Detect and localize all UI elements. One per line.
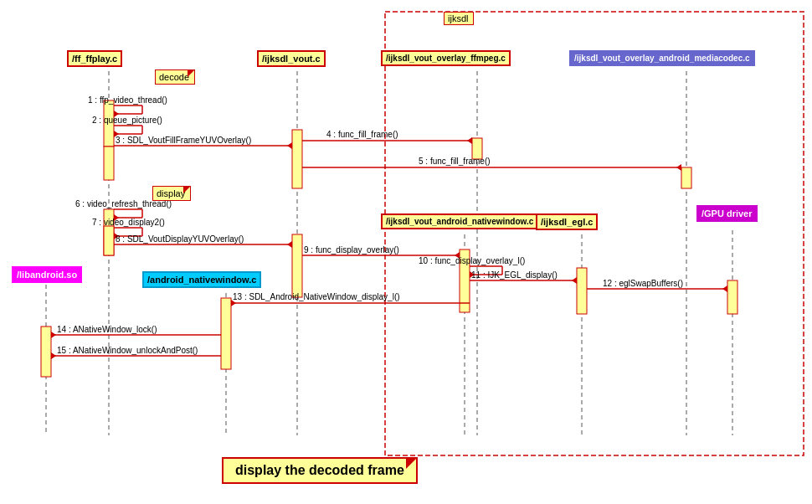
svg-text:12 : eglSwapBuffers(): 12 : eglSwapBuffers(): [603, 279, 683, 288]
svg-rect-11: [104, 147, 114, 180]
module-ijksdl-vout-overlay-ffmpeg: /ijksdl_vout_overlay_ffmpeg.c: [381, 50, 511, 66]
bottom-label: display the decoded frame: [222, 457, 418, 484]
svg-text:13 : SDL_Android_NativeWindow_: 13 : SDL_Android_NativeWindow_display_l(…: [233, 292, 400, 301]
svg-text:3 : SDL_VoutFillFrameYUVOverla: 3 : SDL_VoutFillFrameYUVOverlay(): [116, 136, 251, 145]
note-ijksdl: ijksdl: [444, 12, 474, 25]
module-android-nativewindow: /android_nativewindow.c: [142, 271, 261, 288]
module-ff-ffplay: /ff_ffplay.c: [67, 50, 122, 67]
svg-rect-22: [41, 327, 51, 377]
diagram: 1 : ffp_video_thread() 2 : queue_picture…: [0, 0, 812, 504]
svg-text:14 : ANativeWindow_lock(): 14 : ANativeWindow_lock(): [57, 325, 157, 334]
svg-marker-67: [722, 285, 727, 292]
svg-marker-73: [51, 332, 56, 338]
module-gpu-driver: /GPU driver: [696, 205, 758, 222]
svg-rect-14: [292, 130, 302, 188]
svg-rect-15: [292, 234, 302, 297]
module-ijksdl-vout: /ijksdl_vout.c: [257, 50, 326, 67]
svg-marker-34: [287, 142, 292, 149]
svg-text:1 : ffp_video_thread(): 1 : ffp_video_thread(): [88, 95, 167, 105]
note-decode: decode: [155, 69, 195, 85]
svg-rect-9: [385, 12, 804, 455]
note-display: display: [152, 186, 191, 201]
svg-text:2 : queue_picture(): 2 : queue_picture(): [92, 116, 162, 125]
svg-marker-64: [572, 277, 577, 284]
svg-marker-76: [51, 352, 56, 359]
svg-marker-37: [467, 137, 472, 144]
svg-text:11 : IJK_EGL_display(): 11 : IJK_EGL_display(): [471, 270, 558, 280]
svg-marker-53: [287, 241, 292, 248]
svg-text:7 : video_display2(): 7 : video_display2(): [92, 218, 165, 227]
svg-rect-19: [577, 268, 587, 314]
svg-marker-40: [676, 164, 681, 171]
module-ijksdl-vout-overlay-android: /ijksdl_vout_overlay_android_mediacodec.…: [569, 50, 755, 66]
sequence-diagram-svg: 1 : ffp_video_thread() 2 : queue_picture…: [0, 0, 812, 504]
svg-text:5 : func_fill_frame(): 5 : func_fill_frame(): [419, 157, 491, 166]
svg-text:8 : SDL_VoutDisplayYUVOverlay(: 8 : SDL_VoutDisplayYUVOverlay(): [116, 234, 244, 244]
module-libandroid: /libandroid.so: [12, 266, 82, 283]
svg-text:4 : func_fill_frame(): 4 : func_fill_frame(): [326, 130, 398, 139]
svg-text:9 : func_display_overlay(): 9 : func_display_overlay(): [304, 245, 399, 255]
svg-rect-20: [727, 280, 737, 314]
svg-rect-21: [221, 298, 231, 369]
module-ijksdl-egl: /ijksdl_egl.c: [536, 213, 598, 230]
module-ijksdl-vout-android-nativewindow: /ijksdl_vout_android_nativewindow.c: [381, 213, 538, 229]
svg-rect-13: [104, 226, 114, 255]
svg-text:15 : ANativeWindow_unlockAndPo: 15 : ANativeWindow_unlockAndPost(): [57, 346, 198, 355]
svg-text:10 : func_display_overlay_l(): 10 : func_display_overlay_l(): [419, 256, 525, 265]
svg-rect-17: [681, 167, 691, 188]
